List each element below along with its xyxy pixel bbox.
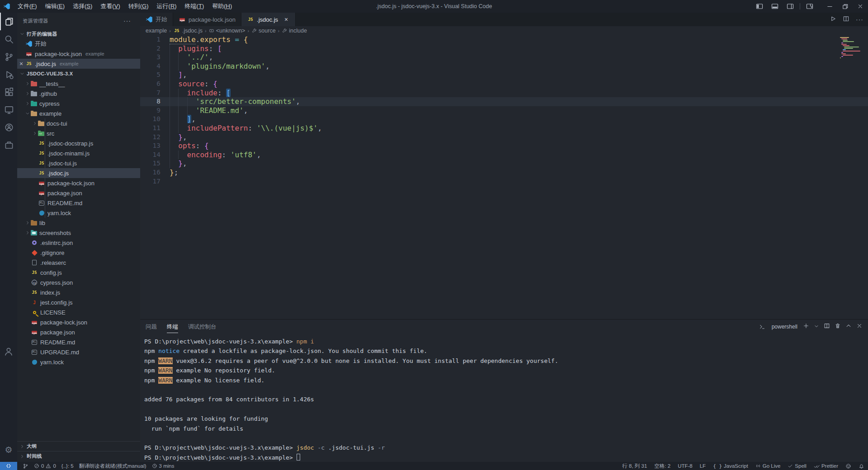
tree-item[interactable]: JS.jsdoc-tui.js — [17, 158, 140, 168]
close-button[interactable] — [853, 0, 868, 13]
minimap[interactable] — [840, 37, 864, 60]
panel-tab[interactable]: 终端 — [167, 320, 178, 333]
status-indentation[interactable]: 空格: 2 — [654, 463, 670, 470]
close-panel-button[interactable] — [856, 323, 863, 331]
menu-item[interactable]: 运行(R) — [153, 0, 181, 13]
split-editor-button[interactable] — [843, 15, 849, 24]
restore-button[interactable] — [837, 0, 853, 13]
breadcrumb-item[interactable]: source — [251, 28, 276, 34]
tree-item[interactable]: JSconfig.js — [17, 268, 140, 277]
breadcrumb-item[interactable]: example — [146, 28, 167, 34]
activity-source-control-button[interactable] — [0, 48, 17, 66]
tree-item[interactable]: M↓README.md — [17, 198, 140, 208]
code-line[interactable]: 14 encoding: 'utf8', — [140, 150, 868, 160]
status-snippets[interactable]: {..}: 5 — [61, 463, 74, 469]
run-button[interactable] — [830, 15, 836, 24]
code-line[interactable]: 3 '../', — [140, 53, 868, 62]
code-line[interactable]: 13 opts: { — [140, 141, 868, 150]
code-line[interactable]: 11 includePattern: '\\.(vue|js)$', — [140, 124, 868, 133]
tree-item[interactable]: JS.jsdoc-docstrap.js — [17, 138, 140, 148]
tree-item[interactable]: screenshots — [17, 228, 140, 238]
tree-item[interactable]: __tests__ — [17, 79, 140, 89]
tree-item[interactable]: yarn.lock — [17, 208, 140, 218]
breadcrumb-item[interactable]: <unknown> — [209, 28, 245, 34]
status-eol[interactable]: LF — [700, 463, 706, 469]
maximize-panel-button[interactable] — [845, 323, 852, 331]
code-line[interactable]: 12 }, — [140, 133, 868, 142]
status-branch[interactable] — [23, 463, 28, 469]
code-editor[interactable]: 1module.exports = {2 plugins: [3 '../',4… — [140, 35, 868, 319]
tree-item[interactable]: .github — [17, 89, 140, 99]
tree-item[interactable]: cycypress.json — [17, 277, 140, 287]
remote-indicator[interactable] — [0, 462, 17, 470]
section-时间线[interactable]: 时间线 — [17, 451, 140, 461]
open-editor-item[interactable]: ×JS.jsdoc.jsexample — [17, 59, 140, 69]
tree-item[interactable]: .gitignore — [17, 248, 140, 258]
status-notifications[interactable] — [859, 463, 864, 469]
activity-run-debug-button[interactable] — [0, 66, 17, 83]
code-line[interactable]: 17 — [140, 177, 868, 186]
tree-item[interactable]: .releaserc — [17, 258, 140, 268]
open-editors-header[interactable]: 打开的编辑器 — [17, 29, 140, 39]
new-terminal-button[interactable] — [803, 323, 809, 331]
toggle-secondary-sidebar-button[interactable] — [783, 0, 798, 13]
code-line[interactable]: 4 'plugins/markdown', — [140, 62, 868, 71]
split-terminal-button[interactable] — [824, 323, 830, 331]
close-icon[interactable]: × — [17, 60, 25, 68]
status-cursor-position[interactable]: 行 8, 列 31 — [622, 463, 647, 470]
tree-item[interactable]: JS.jsdoc-minami.js — [17, 148, 140, 158]
code-line[interactable]: 9 'README.md', — [140, 106, 868, 115]
menu-item[interactable]: 终端(T) — [181, 0, 208, 13]
editor-tab[interactable]: npmpackage-lock.json — [173, 13, 241, 26]
status-go-live[interactable]: Go Live — [755, 463, 781, 469]
code-line[interactable]: 2 plugins: [ — [140, 44, 868, 53]
open-editor-item[interactable]: 开始 — [17, 39, 140, 49]
section-大纲[interactable]: 大纲 — [17, 441, 140, 451]
tree-item[interactable]: npmpackage.json — [17, 327, 140, 337]
tree-item[interactable]: LICENSE — [17, 307, 140, 317]
tree-item[interactable]: M↓README.md — [17, 337, 140, 347]
code-line[interactable]: 7 include: [ — [140, 89, 868, 98]
menu-item[interactable]: 转到(G) — [124, 0, 153, 13]
tree-item[interactable]: yarn.lock — [17, 357, 140, 367]
status-encoding[interactable]: UTF-8 — [678, 463, 693, 469]
open-editor-item[interactable]: npmpackage-lock.jsonexample — [17, 49, 140, 59]
tree-item[interactable]: npmpackage-lock.json — [17, 317, 140, 327]
activity-search-button[interactable] — [0, 30, 17, 48]
activity-project-manager-button[interactable] — [0, 136, 17, 154]
menu-item[interactable]: 帮助(H) — [208, 0, 236, 13]
more-button[interactable]: ··· — [856, 15, 863, 24]
code-line[interactable]: 8 'src/better-components', — [140, 97, 868, 106]
menu-item[interactable]: 选择(S) — [69, 0, 96, 13]
tree-item[interactable]: JS.jsdoc.js — [17, 168, 140, 178]
code-line[interactable]: 5 ], — [140, 70, 868, 80]
status-spell[interactable]: Spell — [788, 463, 807, 469]
tree-item[interactable]: JSindex.js — [17, 287, 140, 297]
tree-item[interactable]: example — [17, 108, 140, 118]
kill-terminal-button[interactable] — [835, 323, 841, 331]
status-timer[interactable]: 3 mins — [152, 463, 175, 469]
status-prettier[interactable]: Prettier — [814, 463, 838, 469]
tree-item[interactable]: M↓UPGRADE.md — [17, 347, 140, 357]
activity-remote-explorer-button[interactable] — [0, 101, 17, 118]
tree-item[interactable]: npmpackage.json — [17, 188, 140, 198]
activity-extensions-button[interactable] — [0, 83, 17, 101]
terminal-output[interactable]: PS D:\project\web\jsdoc-vuejs-3.x\exampl… — [140, 334, 868, 462]
tree-item[interactable]: docs-tui — [17, 118, 140, 128]
status-language[interactable]: { }JavaScript — [713, 463, 748, 469]
customize-layout-button[interactable] — [802, 0, 817, 13]
activity-explorer-button[interactable] — [0, 13, 17, 30]
tree-item[interactable]: cypress — [17, 99, 140, 108]
tree-item[interactable]: Jjest.config.js — [17, 297, 140, 307]
breadcrumb-item[interactable]: JS.jsdoc.js — [173, 27, 203, 34]
shell-selector[interactable]: powershell — [772, 324, 797, 330]
code-line[interactable]: 10 ], — [140, 115, 868, 124]
status-problems[interactable]: 00 — [34, 463, 56, 469]
breadcrumb-item[interactable]: include — [282, 28, 307, 34]
toggle-panel-button[interactable] — [767, 0, 783, 13]
activity-live-share-button[interactable] — [0, 118, 17, 136]
status-translator[interactable]: 翻译朗读者就绪(模式manual) — [79, 463, 146, 470]
menu-item[interactable]: 编辑(E) — [41, 0, 69, 13]
tree-item[interactable]: src — [17, 128, 140, 138]
code-line[interactable]: 6 source: { — [140, 80, 868, 89]
